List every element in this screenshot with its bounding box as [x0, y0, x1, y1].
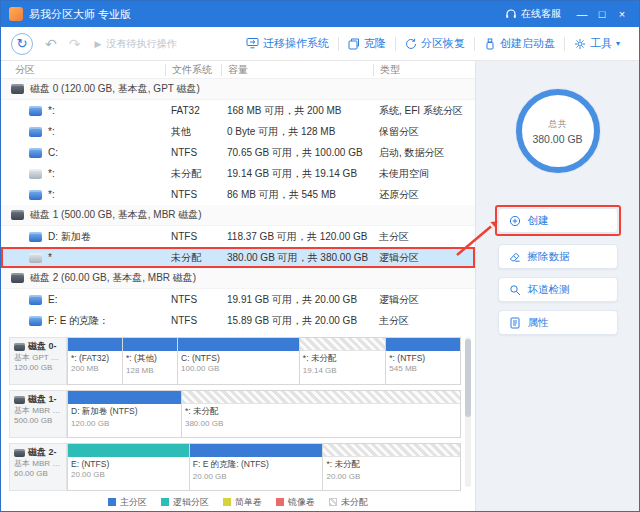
- partition-row[interactable]: E: NTFS 19.91 GB 可用，共 20.00 GB 逻辑分区: [1, 289, 475, 310]
- partition-row[interactable]: *: FAT32 168 MB 可用，共 200 MB 系统, EFI 系统分区: [1, 100, 475, 121]
- partition-row[interactable]: *: 未分配 19.14 GB 可用，共 19.14 GB 未使用空间: [1, 163, 475, 184]
- partition-row-selected[interactable]: * 未分配 380.00 GB 可用，共 380.00 GB 逻辑分区: [1, 247, 475, 268]
- create-bootable-media-button[interactable]: 创建启动盘: [475, 36, 564, 51]
- partition-capacity: 168 MB 可用，共 200 MB: [221, 104, 373, 118]
- disk-map-segment[interactable]: E: (NTFS)20.00 GB: [67, 444, 189, 490]
- undo-button[interactable]: ↶: [45, 36, 57, 52]
- partition-icon: [29, 148, 42, 158]
- maximize-button[interactable]: □: [593, 5, 611, 23]
- disk-map-segment[interactable]: *: (NTFS)545 MB: [385, 338, 460, 384]
- partition-name: C:: [48, 147, 58, 158]
- partition-type-legend: 主分区 逻辑分区 简单卷 镜像卷 未分配: [1, 493, 475, 511]
- partition-filesystem: NTFS: [165, 231, 221, 242]
- redo-button[interactable]: ↷: [69, 36, 81, 52]
- create-highlight-box: 创建: [495, 205, 621, 236]
- clone-icon: [348, 38, 360, 50]
- erase-data-button[interactable]: 擦除数据: [498, 244, 618, 269]
- partition-name: *:: [48, 189, 55, 200]
- action-panel: 总共 380.00 GB 创建 擦除数据 坏道检测: [475, 61, 639, 511]
- disk-icon: [14, 449, 25, 457]
- partition-filesystem: 未分配: [165, 167, 221, 181]
- headset-icon: [505, 8, 517, 20]
- bootable-media-icon: [484, 38, 496, 50]
- toolbar: ↻ ↶ ↷ ▶ 没有待执行操作 迁移操作系统 克隆 分区恢复: [1, 27, 639, 61]
- online-support-button[interactable]: 在线客服: [505, 7, 561, 21]
- partition-row[interactable]: C: NTFS 70.65 GB 可用，共 100.00 GB 启动, 数据分区: [1, 142, 475, 163]
- disk-map-label-2[interactable]: 磁盘 2- 基本 MBR 磁盘 60.00 GB: [9, 443, 67, 491]
- disk-map-label-0[interactable]: 磁盘 0- 基本 GPT 磁盘 120.00 GB: [9, 337, 67, 385]
- unallocated-icon: [29, 253, 42, 263]
- partition-icon: [29, 127, 42, 137]
- partition-capacity: 19.91 GB 可用，共 20.00 GB: [221, 293, 373, 307]
- refresh-button[interactable]: ↻: [11, 33, 33, 55]
- disk-map-segment-unallocated[interactable]: *: 未分配20.00 GB: [322, 444, 460, 490]
- migrate-os-button[interactable]: 迁移操作系统: [237, 36, 338, 51]
- partition-icon: [29, 232, 42, 242]
- donut-label: 总共: [549, 118, 567, 131]
- disk-map-segment-unallocated[interactable]: *: 未分配380.00 GB: [181, 391, 460, 437]
- title-bar: 易我分区大师 专业版 在线客服 — □ ×: [1, 1, 639, 27]
- column-header-type[interactable]: 类型: [373, 64, 475, 76]
- legend-item: 简单卷: [223, 496, 262, 509]
- partition-filesystem: FAT32: [165, 105, 221, 116]
- create-label: 创建: [528, 214, 549, 228]
- app-window: 易我分区大师 专业版 在线客服 — □ × ↻ ↶ ↷ ▶ 没有待执行操作 迁移…: [0, 0, 640, 512]
- circle-plus-icon: [509, 215, 521, 227]
- partition-row[interactable]: *: NTFS 86 MB 可用，共 545 MB 还原分区: [1, 184, 475, 205]
- pending-operations-button[interactable]: ▶ 没有待执行操作: [94, 37, 176, 51]
- partition-row[interactable]: D: 新加卷 NTFS 118.37 GB 可用，共 120.00 GB 主分区: [1, 226, 475, 247]
- tools-menu-button[interactable]: 工具 ▾: [565, 36, 629, 51]
- disk-map-segment[interactable]: *: (其他)128 MB: [122, 338, 177, 384]
- disk-group-header-1[interactable]: 磁盘 1 (500.00 GB, 基本盘, MBR 磁盘): [1, 205, 475, 226]
- partition-icon: [29, 316, 42, 326]
- disk-map-segment[interactable]: *: (FAT32)200 MB: [67, 338, 122, 384]
- partition-table: 分区 文件系统 容量 类型 磁盘 0 (120.00 GB, 基本盘, GPT …: [1, 61, 475, 331]
- column-header-capacity[interactable]: 容量: [221, 64, 373, 76]
- online-support-label: 在线客服: [521, 7, 561, 21]
- magnifier-icon: [509, 284, 521, 296]
- document-icon: [509, 317, 521, 329]
- partition-icon: [29, 190, 42, 200]
- partition-type: 未使用空间: [373, 167, 475, 181]
- partition-name: *:: [48, 105, 55, 116]
- legend-item: 镜像卷: [276, 496, 315, 509]
- partition-filesystem: NTFS: [165, 189, 221, 200]
- partition-type: 逻辑分区: [373, 251, 475, 265]
- close-button[interactable]: ×: [613, 5, 631, 23]
- partition-row[interactable]: F: E 的克隆： NTFS 15.89 GB 可用，共 20.00 GB 主分…: [1, 310, 475, 331]
- disk-map-segment[interactable]: F: E 的克隆: (NTFS)20.00 GB: [189, 444, 323, 490]
- mirror-volume-swatch: [276, 498, 284, 506]
- partition-type: 主分区: [373, 230, 475, 244]
- properties-button[interactable]: 属性: [498, 310, 618, 335]
- scrollbar-thumb[interactable]: [465, 339, 471, 417]
- partition-icon: [29, 295, 42, 305]
- disk-group-header-0[interactable]: 磁盘 0 (120.00 GB, 基本盘, GPT 磁盘): [1, 79, 475, 100]
- column-header-partition[interactable]: 分区: [9, 64, 165, 76]
- partition-type: 启动, 数据分区: [373, 146, 475, 160]
- capacity-donut: 总共 380.00 GB: [516, 89, 600, 173]
- disk-map-segment-unallocated[interactable]: *: 未分配19.14 GB: [299, 338, 385, 384]
- minimize-button[interactable]: —: [573, 5, 591, 23]
- migrate-os-icon: [246, 37, 259, 50]
- disk-icon: [11, 273, 24, 283]
- clone-button[interactable]: 克隆: [339, 36, 395, 51]
- partition-name: *: [48, 252, 52, 263]
- disk-map-label-1[interactable]: 磁盘 1- 基本 MBR 磁盘 500.00 GB: [9, 390, 67, 438]
- create-button[interactable]: 创建: [498, 208, 618, 233]
- bad-sector-test-button[interactable]: 坏道检测: [498, 277, 618, 302]
- disk-map-segment[interactable]: D: 新加卷 (NTFS)120.00 GB: [67, 391, 181, 437]
- chevron-down-icon: ▾: [616, 39, 620, 48]
- unallocated-swatch: [329, 498, 337, 506]
- tools-menu-label: 工具: [590, 36, 612, 51]
- create-bootable-media-label: 创建启动盘: [500, 36, 555, 51]
- legend-item: 逻辑分区: [161, 496, 209, 509]
- partition-recovery-button[interactable]: 分区恢复: [396, 36, 474, 51]
- disk-group-header-2[interactable]: 磁盘 2 (60.00 GB, 基本盘, MBR 磁盘): [1, 268, 475, 289]
- disk-map-row-0: 磁盘 0- 基本 GPT 磁盘 120.00 GB *: (FAT32)200 …: [9, 337, 461, 385]
- disk-icon: [14, 343, 25, 351]
- disk-map-segment[interactable]: C: (NTFS)100.00 GB: [177, 338, 299, 384]
- partition-row[interactable]: *: 其他 0 Byte 可用，共 128 MB 保留分区: [1, 121, 475, 142]
- scrollbar[interactable]: [465, 337, 471, 487]
- column-header-filesystem[interactable]: 文件系统: [165, 64, 221, 76]
- partition-type: 还原分区: [373, 188, 475, 202]
